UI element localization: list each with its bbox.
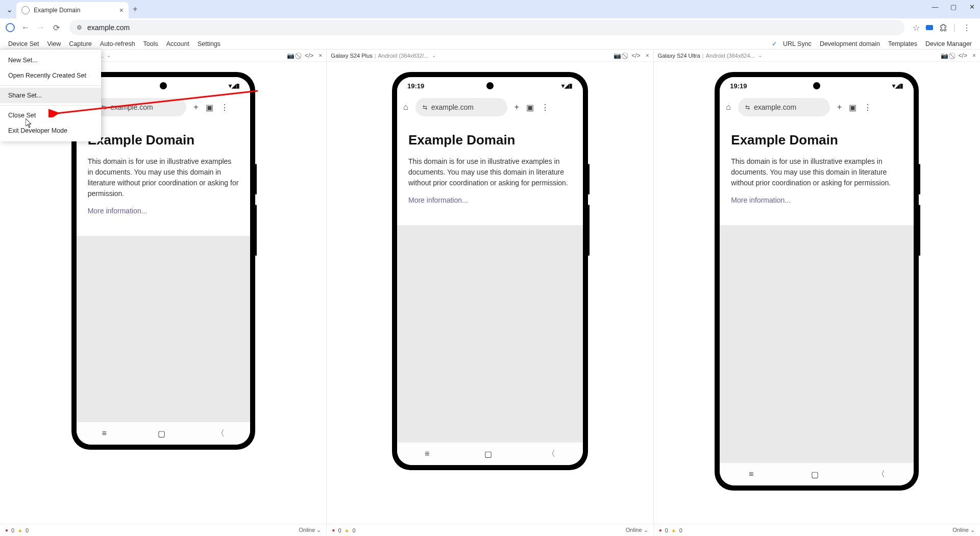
phone-navbar: ≡ ▢ 〈 [720,463,914,485]
plus-icon[interactable]: + [514,103,519,112]
home-nav-icon[interactable]: ▢ [484,449,492,459]
clock: 19:19 [407,82,424,90]
menu-auto-refresh[interactable]: Auto-refresh [96,38,139,50]
tabs-icon[interactable]: ▣ [526,103,534,112]
menu-item-new-set[interactable]: New Set... [0,53,101,68]
menu-device-manager[interactable]: Device Manager [921,38,976,50]
home-nav-icon[interactable]: ▢ [811,470,819,479]
menu-dots-icon[interactable]: ⋮ [864,103,872,112]
home-nav-icon[interactable]: ▢ [158,429,165,438]
chevron-down-icon[interactable]: ⌄ [432,53,436,58]
code-icon[interactable]: </> [631,52,640,59]
error-icon: ● [5,527,8,533]
recent-apps-icon[interactable]: ≡ [425,449,429,458]
phone-url-pill[interactable]: ⇆ example.com [738,98,830,116]
browser-tab[interactable]: Example Domain × [16,2,129,18]
back-button[interactable]: ← [20,22,31,33]
home-icon[interactable]: ⌂ [726,103,731,112]
menu-view[interactable]: View [43,38,65,50]
close-panel-icon[interactable]: × [318,52,322,59]
new-tab-button[interactable]: + [133,5,137,14]
page-heading: Example Domain [731,132,902,148]
close-window-button[interactable]: ✕ [967,3,977,11]
forward-button[interactable]: → [36,22,46,33]
tab-search-button[interactable]: ⌄ [4,4,14,14]
camera-icon[interactable]: 📷 [614,52,621,59]
camera-cutout [486,82,494,89]
phone-browser-bar: ⌂ ⇆ example.com + ▣ ⋮ [77,94,250,120]
reload-button[interactable]: ⟳ [51,22,61,33]
code-icon[interactable]: </> [959,52,967,59]
tab-title: Example Domain [34,7,115,14]
camera-icon[interactable]: 📷 [287,52,295,59]
camera-icon[interactable]: 📷 [941,52,948,59]
extensions-icon[interactable] [939,23,947,32]
more-info-link[interactable]: More information... [88,207,148,215]
close-panel-icon[interactable]: × [646,52,649,59]
error-icon: ● [659,527,662,533]
maximize-button[interactable]: ▢ [948,3,959,11]
device-panel-3: Galaxy S24 Ultra | Android (384x824... ⌄… [654,50,980,524]
camera-extension-icon[interactable] [926,25,933,30]
phone-frame: 19:19 ▾◢▮ ⌂ ⇆ example.com + ▣ ⋮ [392,72,588,470]
page-body: This domain is for use in illustrative e… [731,156,902,188]
menu-account[interactable]: Account [162,38,193,50]
close-panel-icon[interactable]: × [972,52,976,59]
tabs-icon[interactable]: ▣ [849,103,856,112]
more-info-link[interactable]: More information... [408,196,468,204]
code-icon[interactable]: </> [305,52,313,59]
chrome-menu-icon[interactable]: ⋮ [962,22,972,33]
more-info-link[interactable]: More information... [731,196,791,204]
menu-url-sync[interactable]: URL Sync [779,38,816,50]
error-icon: ● [332,527,335,533]
back-nav-icon[interactable]: 〈 [877,469,885,480]
bookmark-icon[interactable]: ☆ [913,23,920,33]
chevron-down-icon[interactable]: ⌄ [758,53,762,58]
phone-url-pill[interactable]: ⇆ example.com [415,98,507,116]
warning-count: 0 [679,527,682,533]
close-tab-icon[interactable]: × [119,6,124,14]
online-status[interactable]: Online ⌄ [952,527,975,533]
phone-url-pill[interactable]: ⇆ example.com [94,98,186,116]
back-nav-icon[interactable]: 〈 [547,449,555,459]
online-status[interactable]: Online ⌄ [299,527,321,533]
chevron-down-icon[interactable]: ⌄ [107,53,111,58]
menu-templates[interactable]: Templates [884,38,921,50]
menu-dots-icon[interactable]: ⋮ [541,103,549,112]
app-menubar: Device Set View Capture Auto-refresh Too… [0,37,980,50]
menu-device-set[interactable]: Device Set [4,38,43,50]
menu-item-share-set[interactable]: Share Set... [0,88,101,103]
tabs-icon[interactable]: ▣ [206,103,213,112]
menu-item-exit-dev[interactable]: Exit Developer Mode [0,123,101,138]
home-icon[interactable]: ⌂ [403,103,408,112]
site-settings-icon[interactable]: ⚙ [77,24,82,31]
menu-tools[interactable]: Tools [139,38,162,50]
recent-apps-icon[interactable]: ≡ [102,429,107,438]
camera-cutout [813,82,820,89]
tune-icon: ⇆ [745,104,750,111]
warning-icon: ▲ [17,527,22,533]
globe-icon [21,6,30,14]
menu-dots-icon[interactable]: ⋮ [220,103,229,112]
address-bar[interactable]: ⚙ example.com [69,20,904,35]
page-body: This domain is for use in illustrative e… [408,156,572,188]
check-icon: ✓ [772,40,777,47]
menu-item-open-recent[interactable]: Open Recently Created Set [0,68,101,83]
plus-icon[interactable]: + [837,103,842,112]
page-body: This domain is for use in illustrative e… [88,156,239,199]
clock: 19:19 [730,82,747,90]
menu-capture[interactable]: Capture [65,38,95,50]
recent-apps-icon[interactable]: ≡ [749,470,753,479]
error-count: 0 [11,527,14,533]
plus-icon[interactable]: + [193,103,198,112]
menu-settings[interactable]: Settings [193,38,225,50]
menu-dev-domain[interactable]: Development domain [816,38,884,50]
menu-item-close-set[interactable]: Close Set [0,108,101,123]
page-heading: Example Domain [88,132,239,148]
minimize-button[interactable]: — [930,3,940,11]
chrome-titlebar: ⌄ Example Domain × + — ▢ ✕ [0,0,980,18]
online-status[interactable]: Online ⌄ [626,527,648,533]
device-panel-2: Galaxy S24 Plus | Android (384x832/... ⌄… [327,50,653,524]
panel-header: Galaxy S24 Ultra | Android (384x824... ⌄… [654,50,980,62]
back-nav-icon[interactable]: 〈 [216,428,225,439]
